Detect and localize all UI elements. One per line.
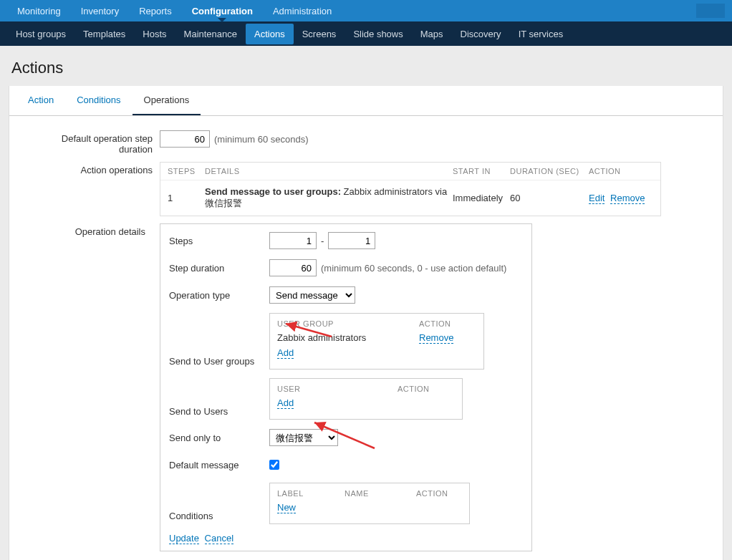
ops-th-startin: START IN: [453, 167, 510, 175]
cond-h-name: NAME: [345, 489, 416, 498]
conditions-label: Conditions: [169, 511, 269, 524]
ops-edit-link[interactable]: Edit: [589, 193, 605, 204]
subnav-hosts[interactable]: Hosts: [134, 24, 175, 44]
steps-sep: -: [321, 236, 324, 246]
ops-details: Send message to user groups: Zabbix admi…: [205, 186, 453, 210]
operation-type-label: Operation type: [169, 290, 269, 301]
subnav-maps[interactable]: Maps: [412, 24, 452, 44]
form-area: Default operation step duration (minimum…: [9, 116, 723, 560]
topnav-administration[interactable]: Administration: [263, 0, 342, 21]
cond-h-label: LABEL: [277, 489, 345, 498]
default-message-label: Default message: [169, 460, 269, 470]
step-duration-hint: (minimum 60 seconds, 0 - use action defa…: [321, 263, 506, 274]
action-operations-label: Action operations: [31, 162, 160, 175]
u-action-header: ACTION: [398, 385, 455, 393]
send-only-to-select[interactable]: 微信报警: [269, 429, 338, 446]
send-users-label: Send to Users: [169, 406, 269, 420]
subnav-screens[interactable]: Screens: [294, 24, 345, 44]
subnav-hostgroups[interactable]: Host groups: [7, 24, 74, 44]
action-operations-row: Action operations STEPS DETAILS START IN…: [31, 162, 701, 216]
ug-value: Zabbix administrators: [277, 332, 419, 343]
default-step-hint: (minimum 60 seconds): [214, 134, 309, 145]
ops-duration: 60: [510, 193, 589, 203]
u-add-link[interactable]: Add: [277, 397, 294, 409]
operation-details-label: Operation details: [24, 226, 153, 237]
page-title: Actions: [11, 59, 721, 77]
cond-h-action: ACTION: [416, 489, 459, 498]
ops-step: 1: [168, 193, 205, 203]
operation-details-row: Operation details Operation details Step…: [31, 223, 701, 551]
users-table: USER ACTION Add: [269, 378, 463, 420]
operation-details-box: Steps - Step duration (minimum 60 second…: [160, 223, 532, 551]
operation-type-select[interactable]: Send message: [269, 286, 355, 304]
topnav-right-control[interactable]: [696, 4, 725, 18]
topnav-monitoring[interactable]: Monitoring: [7, 0, 71, 21]
sub-nav: Host groups Templates Hosts Maintenance …: [0, 21, 732, 46]
send-only-to-label: Send only to: [169, 433, 269, 443]
page-header: Actions: [0, 46, 732, 86]
subnav-slideshows[interactable]: Slide shows: [345, 24, 411, 44]
usergroups-table: USER GROUP ACTION Zabbix administrators …: [269, 313, 484, 370]
operations-table: STEPS DETAILS START IN DURATION (SEC) AC…: [160, 162, 661, 216]
ug-header: USER GROUP: [277, 319, 419, 328]
subnav-templates[interactable]: Templates: [74, 24, 134, 44]
ops-startin: Immediately: [453, 193, 510, 203]
ops-th-steps: STEPS: [168, 167, 205, 175]
step-duration-label: Step duration: [169, 263, 269, 274]
ops-th-action: ACTION: [589, 167, 653, 175]
tabs: Action Conditions Operations: [9, 86, 723, 116]
conditions-table: LABEL NAME ACTION New: [269, 483, 470, 524]
subnav-itservices[interactable]: IT services: [510, 24, 572, 44]
ops-th-duration: DURATION (SEC): [510, 167, 589, 175]
send-usergroups-label: Send to User groups: [169, 356, 269, 370]
cond-new-link[interactable]: New: [277, 502, 296, 513]
ops-row: 1 Send message to user groups: Zabbix ad…: [160, 180, 660, 216]
ops-remove-link[interactable]: Remove: [610, 193, 645, 204]
steps-to-input[interactable]: [328, 232, 375, 249]
ug-remove-link[interactable]: Remove: [419, 332, 453, 344]
subnav-maintenance[interactable]: Maintenance: [175, 24, 246, 44]
steps-from-input[interactable]: [269, 232, 317, 249]
default-step-label: Default operation step duration: [31, 130, 160, 155]
topnav-reports[interactable]: Reports: [129, 0, 182, 21]
topnav-configuration[interactable]: Configuration: [182, 0, 263, 21]
default-step-input[interactable]: [160, 130, 210, 148]
subnav-discovery[interactable]: Discovery: [452, 24, 510, 44]
tab-conditions[interactable]: Conditions: [65, 86, 132, 115]
default-step-row: Default operation step duration (minimum…: [31, 130, 701, 155]
u-header: USER: [277, 385, 398, 393]
subnav-actions[interactable]: Actions: [246, 24, 294, 44]
details-cancel-link[interactable]: Cancel: [205, 533, 233, 544]
ops-th-details: DETAILS: [205, 167, 453, 175]
ug-add-link[interactable]: Add: [277, 347, 294, 359]
steps-label: Steps: [169, 236, 269, 246]
details-update-link[interactable]: Update: [169, 533, 199, 544]
ug-action-header: ACTION: [419, 319, 476, 328]
ops-details-prefix: Send message to user groups:: [205, 186, 341, 197]
step-duration-input[interactable]: [269, 259, 317, 276]
default-message-checkbox[interactable]: [269, 460, 279, 470]
tab-operations[interactable]: Operations: [133, 86, 201, 115]
tab-action[interactable]: Action: [16, 86, 65, 115]
topnav-inventory[interactable]: Inventory: [71, 0, 129, 21]
details-mini-buttons: Update Cancel: [169, 533, 523, 544]
main-panel: Action Conditions Operations Default ope…: [9, 86, 723, 560]
ops-action-cell: Edit Remove: [589, 193, 653, 203]
top-nav: Monitoring Inventory Reports Configurati…: [0, 0, 732, 21]
